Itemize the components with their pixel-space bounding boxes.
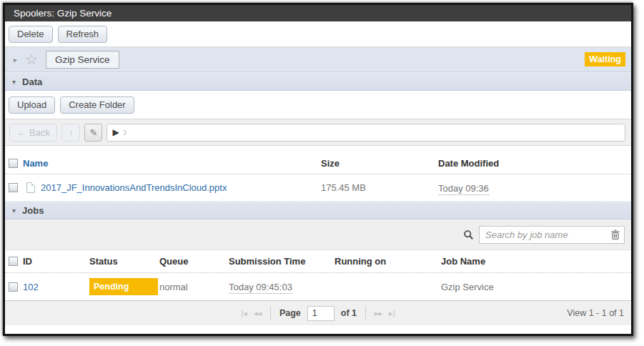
pager-separator: [365, 307, 366, 320]
search-icon[interactable]: [463, 229, 474, 240]
jobs-pager: |◂ ◂◂ Page of 1 ▸▸ ▸| View 1 - 1 of 1: [5, 300, 631, 325]
up-button[interactable]: ↑: [61, 124, 81, 142]
job-col-submission-time[interactable]: Submission Time: [229, 256, 335, 267]
file-icon: [26, 182, 35, 193]
back-button[interactable]: ← Back: [9, 124, 57, 142]
bottom-filler: [5, 325, 631, 334]
pager-page-input[interactable]: [307, 306, 335, 321]
status-badge: Waiting: [585, 52, 625, 66]
select-all-files-checkbox[interactable]: [9, 159, 18, 168]
spooler-summary-row: ▸ ☆ Gzip Service Waiting: [5, 46, 631, 72]
section-header-data[interactable]: ▾ Data: [5, 72, 631, 91]
select-all-jobs-checkbox[interactable]: [9, 257, 18, 266]
breadcrumb-toolbar: ← Back ↑ ✎ ▶ ›: [5, 119, 631, 146]
chevron-right-icon: ›: [123, 125, 127, 138]
pager-page-label: Page: [279, 308, 301, 318]
divider: [5, 146, 631, 153]
data-toolbar: Upload Create Folder: [5, 91, 631, 119]
up-arrow-icon: ↑: [69, 127, 74, 138]
file-row-checkbox[interactable]: [9, 183, 18, 192]
pager-next-icon[interactable]: ▸▸: [375, 309, 382, 318]
job-col-queue[interactable]: Queue: [159, 256, 229, 267]
file-col-name[interactable]: Name: [23, 158, 48, 169]
pencil-icon: ✎: [89, 127, 97, 138]
job-col-status[interactable]: Status: [89, 256, 159, 267]
job-status-badge: Pending: [89, 278, 158, 295]
collapse-icon: ▾: [12, 207, 16, 214]
window-title: Spoolers: Gzip Service: [5, 5, 631, 21]
job-queue: normal: [159, 282, 229, 292]
main-toolbar: Delete Refresh: [5, 21, 631, 46]
spooler-name[interactable]: Gzip Service: [46, 51, 119, 69]
file-date-modified: Today 09:36: [438, 183, 489, 195]
pager-of-label: of 1: [341, 308, 357, 318]
breadcrumb-path[interactable]: ▶ ›: [106, 124, 625, 142]
search-input[interactable]: [479, 226, 625, 244]
file-size: 175.45 MB: [321, 182, 438, 193]
upload-button[interactable]: Upload: [9, 97, 55, 114]
star-icon[interactable]: ☆: [25, 52, 38, 66]
back-arrow-icon: ←: [16, 127, 26, 138]
job-col-id[interactable]: ID: [23, 256, 32, 267]
job-col-job-name[interactable]: Job Name: [441, 256, 631, 267]
file-col-date-modified[interactable]: Date Modified: [438, 158, 631, 169]
jobs-search-row: [5, 219, 631, 250]
create-folder-button[interactable]: Create Folder: [60, 97, 134, 114]
job-name: Gzip Service: [441, 282, 631, 292]
pager-last-icon[interactable]: ▸|: [389, 309, 395, 318]
refresh-button[interactable]: Refresh: [58, 26, 108, 43]
edit-path-button[interactable]: ✎: [84, 124, 102, 142]
pager-view-count: View 1 - 1 of 1: [567, 308, 624, 318]
collapse-icon: ▾: [12, 78, 16, 86]
file-table-header: Name Size Date Modified: [5, 153, 631, 174]
job-id-link[interactable]: 102: [23, 282, 39, 292]
play-icon: ▶: [112, 127, 119, 137]
expander-icon[interactable]: ▸: [14, 56, 17, 64]
back-label: Back: [29, 127, 50, 138]
spooler-window: Spoolers: Gzip Service Delete Refresh ▸ …: [3, 3, 633, 336]
pager-separator: [270, 307, 271, 320]
job-row-checkbox[interactable]: [9, 282, 18, 292]
table-row: 102 Pending normal Today 09:45:03 Gzip S…: [5, 272, 631, 300]
file-name-link[interactable]: 2017_JF_InnovationsAndTrendsInCloud.pptx: [41, 182, 227, 193]
table-row: 2017_JF_InnovationsAndTrendsInCloud.pptx…: [5, 174, 631, 201]
section-label: Data: [22, 76, 42, 87]
delete-button[interactable]: Delete: [9, 26, 53, 43]
job-submission-time: Today 09:45:03: [229, 282, 292, 294]
section-header-jobs[interactable]: ▾ Jobs: [5, 201, 631, 219]
trash-icon[interactable]: [610, 229, 620, 240]
section-label: Jobs: [22, 205, 44, 216]
jobs-table-header: ID Status Queue Submission Time Running …: [5, 250, 631, 272]
file-col-size[interactable]: Size: [321, 158, 438, 169]
job-col-running-on[interactable]: Running on: [335, 256, 441, 267]
pager-prev-icon[interactable]: ◂◂: [254, 309, 262, 318]
pager-first-icon[interactable]: |◂: [242, 309, 247, 318]
